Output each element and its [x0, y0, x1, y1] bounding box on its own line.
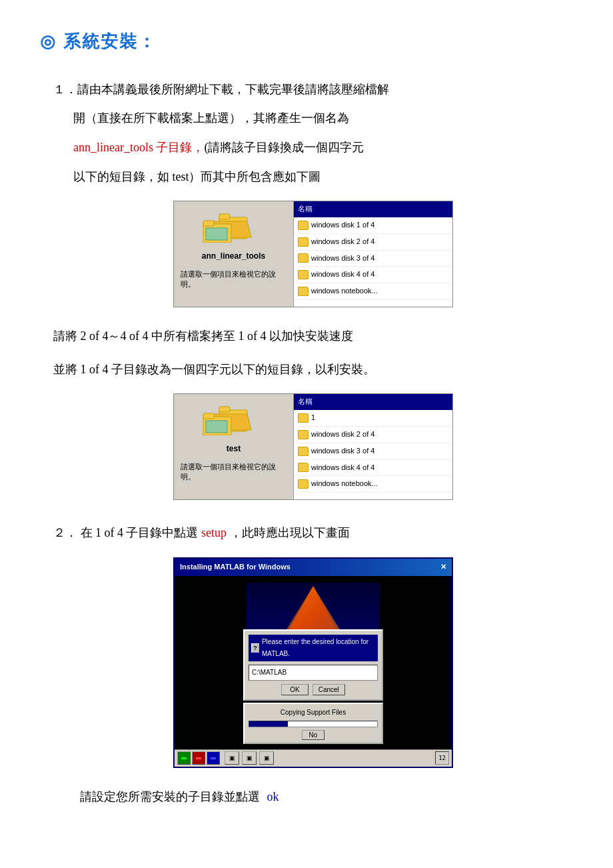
para-rename: 並將 1 of 4 子目錄改為一個四字元以下的短目錄，以利安裝。 — [53, 357, 573, 383]
file2-row-1[interactable]: 1 — [294, 410, 452, 427]
taskbar-icon-3[interactable] — [207, 751, 220, 765]
screenshot1-folder-desc: 請選取一個項目來檢視它的說明。 — [181, 269, 287, 290]
matlab-dialog: ? Please enter the desired location for … — [243, 629, 383, 701]
svg-rect-4 — [203, 221, 214, 226]
step1-para2-block: 開（直接在所下載檔案上點選），其將產生一個名為 ann_linear_tools… — [53, 105, 573, 190]
step1-line3: ann_linear_tools 子目錄，(請將該子目錄換成一個四字元 — [53, 135, 573, 161]
para-copy: 請將 2 of 4～4 of 4 中所有檔案拷至 1 of 4 以加快安裝速度 — [53, 323, 573, 350]
step-1: １．請由本講義最後所附網址下載，下載完畢後請將該壓縮檔解 開（直接在所下載檔案上… — [53, 77, 573, 501]
screenshot2-container: test 請選取一個項目來檢視它的說明。 名稱 1 windows disk 2… — [53, 393, 573, 500]
dialog-titlebar: ? Please enter the desired location for … — [249, 635, 378, 661]
main-section: １．請由本講義最後所附網址下載，下載完畢後請將該壓縮檔解 開（直接在所下載檔案上… — [53, 77, 573, 811]
matlab-title-text: Installing MATLAB for Windows — [180, 561, 291, 574]
file-icon — [298, 447, 308, 456]
file-icon — [298, 270, 308, 279]
step1-line1: １．請由本講義最後所附網址下載，下載完畢後請將該壓縮檔解 — [53, 77, 573, 103]
folder-open-icon-2 — [201, 402, 267, 435]
dialog-help-icon[interactable]: ? — [251, 643, 259, 653]
svg-rect-7 — [219, 407, 230, 412]
screenshot2-folder-label: test — [181, 442, 287, 457]
taskbar-icon-2[interactable] — [192, 751, 205, 765]
file-row-4[interactable]: windows disk 4 of 4 — [294, 267, 452, 283]
taskbar-time: 12 — [435, 751, 449, 765]
screenshot2-left: test 請選取一個項目來檢視它的說明。 — [174, 394, 294, 499]
no-button[interactable]: No — [302, 730, 325, 740]
dialog-text: Please enter the desired location for MA… — [262, 636, 375, 660]
file-icon — [298, 253, 308, 263]
close-icon[interactable]: ✕ — [440, 561, 446, 574]
file-icon — [298, 463, 308, 472]
screenshot1-left: ann_linear_tools 請選取一個項目來檢視它的說明。 — [174, 201, 294, 307]
progress-bar-fill — [249, 721, 288, 727]
file-row-3[interactable]: windows disk 3 of 4 — [294, 251, 452, 267]
taskbar: ▣ ▣ ▣ 12 — [175, 749, 452, 767]
file-icon — [298, 287, 308, 296]
file2-row-2[interactable]: windows disk 2 of 4 — [294, 427, 452, 443]
cancel-button[interactable]: Cancel — [312, 684, 345, 695]
matlab-body: ? Please enter the desired location for … — [175, 576, 452, 749]
progress-label: Copying Support Files — [249, 707, 378, 719]
file-row-1[interactable]: windows disk 1 of 4 — [294, 217, 452, 234]
file-icon — [298, 430, 308, 439]
file2-row-4[interactable]: windows disk 4 of 4 — [294, 460, 452, 477]
svg-rect-10 — [203, 413, 214, 419]
ok-button[interactable]: OK — [281, 684, 308, 695]
matlab-screenshot: Installing MATLAB for Windows ✕ — [173, 557, 453, 768]
folder-icons — [181, 209, 287, 243]
taskbar-btn-3[interactable]: ▣ — [259, 751, 274, 765]
screenshot2-header: 名稱 — [294, 394, 452, 410]
file-icon — [298, 237, 308, 247]
folder-icons-2 — [181, 402, 287, 435]
taskbar-btn-1[interactable]: ▣ — [225, 751, 239, 765]
screenshot1-folder-label: ann_linear_tools — [181, 249, 287, 264]
dialog-buttons: OK Cancel — [249, 684, 378, 695]
svg-rect-1 — [219, 214, 230, 219]
file-row-2[interactable]: windows disk 2 of 4 — [294, 234, 452, 251]
progress-box: Copying Support Files No — [243, 703, 383, 744]
dialog-input-field[interactable]: C:\MATLAB — [249, 665, 378, 681]
page-title-section: ◎ 系統安裝： — [40, 27, 573, 58]
screenshot2: test 請選取一個項目來檢視它的說明。 名稱 1 windows disk 2… — [173, 393, 453, 500]
matlab-titlebar: Installing MATLAB for Windows ✕ — [175, 559, 452, 576]
screenshot1-container: ann_linear_tools 請選取一個項目來檢視它的說明。 名稱 wind… — [53, 201, 573, 307]
file2-row-3[interactable]: windows disk 3 of 4 — [294, 443, 452, 460]
taskbar-buttons: ▣ ▣ ▣ — [225, 751, 274, 765]
file-icon — [298, 479, 308, 489]
step2-line: ２． 在 1 of 4 子目錄中點選 setup ，此時應出現以下畫面 — [53, 520, 573, 547]
file2-row-5[interactable]: windows notebook... — [294, 476, 452, 493]
bottom-caption: 請設定您所需安裝的子目錄並點選 ok — [80, 784, 573, 811]
progress-bar-bg — [249, 721, 378, 727]
step1-line2: 開（直接在所下載檔案上點選），其將產生一個名為 — [53, 105, 573, 132]
file-icon — [298, 221, 308, 230]
screenshot1-header: 名稱 — [294, 201, 452, 217]
folder-open-icon — [201, 209, 267, 243]
svg-rect-5 — [206, 228, 227, 240]
step-2: ２． 在 1 of 4 子目錄中點選 setup ，此時應出現以下畫面 Inst… — [53, 520, 573, 810]
screenshot1: ann_linear_tools 請選取一個項目來檢視它的說明。 名稱 wind… — [173, 201, 453, 307]
step1-line4: 以下的短目錄，如 test）而其中所包含應如下圖 — [53, 164, 573, 191]
screenshot2-folder-desc: 請選取一個項目來檢視它的說明。 — [181, 462, 287, 483]
file-icon — [298, 413, 308, 423]
screenshot3-container: Installing MATLAB for Windows ✕ — [53, 557, 573, 768]
progress-no-btn-container: No — [249, 730, 378, 740]
title-text: 系統安裝： — [63, 27, 157, 58]
taskbar-icon-1[interactable] — [177, 751, 191, 765]
taskbar-icons — [177, 751, 220, 765]
svg-rect-11 — [206, 421, 227, 433]
taskbar-btn-2[interactable]: ▣ — [242, 751, 257, 765]
screenshot2-right: 名稱 1 windows disk 2 of 4 windows disk 3 … — [294, 394, 452, 499]
screenshot1-right: 名稱 windows disk 1 of 4 windows disk 2 of… — [294, 201, 452, 307]
title-icon: ◎ — [40, 27, 55, 58]
file-row-5[interactable]: windows notebook... — [294, 283, 452, 300]
